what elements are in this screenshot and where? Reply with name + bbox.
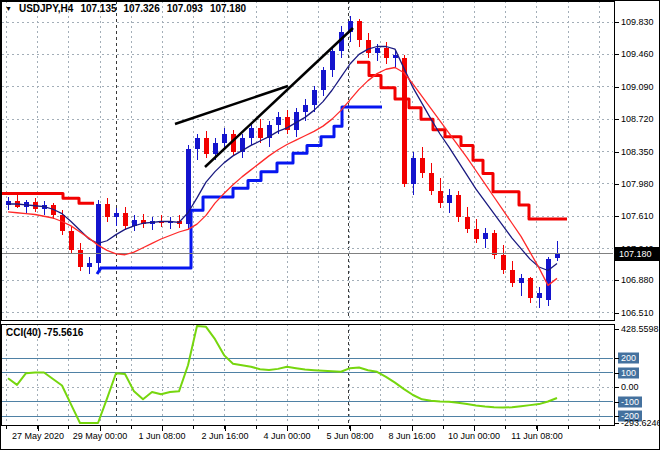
candlestick bbox=[384, 42, 389, 64]
candlestick bbox=[78, 243, 83, 271]
candle-body bbox=[105, 204, 110, 217]
candle-body bbox=[384, 48, 389, 58]
axis-tick bbox=[615, 184, 619, 185]
time-axis-label: 11 Jun 08:00 bbox=[511, 431, 562, 441]
candle-body bbox=[474, 229, 479, 240]
axis-tick bbox=[615, 358, 619, 359]
axis-tick bbox=[615, 329, 619, 330]
candlestick bbox=[510, 261, 515, 287]
quote-open: 107.135 bbox=[80, 3, 116, 14]
candlestick bbox=[456, 191, 461, 222]
candle-body bbox=[510, 270, 515, 283]
candlestick bbox=[123, 207, 128, 231]
candlestick bbox=[168, 217, 173, 229]
axis-tick bbox=[615, 22, 619, 23]
candle-body bbox=[60, 215, 65, 231]
candlestick bbox=[15, 195, 20, 208]
trendline bbox=[205, 28, 353, 167]
candle-body bbox=[78, 250, 83, 267]
candlestick bbox=[429, 163, 434, 195]
candlestick bbox=[69, 226, 74, 254]
price-axis-label: 108.720 bbox=[621, 114, 654, 124]
time-axis-label: 2 Jun 16:00 bbox=[201, 431, 248, 441]
candlestick bbox=[114, 208, 119, 226]
axis-tick bbox=[615, 216, 619, 217]
candle-body bbox=[492, 233, 497, 255]
axis-tick bbox=[615, 54, 619, 55]
candlestick bbox=[51, 203, 56, 219]
candle-body bbox=[429, 173, 434, 191]
axis-tick bbox=[615, 87, 619, 88]
candlestick bbox=[33, 198, 38, 212]
candlestick bbox=[366, 33, 371, 58]
candlestick bbox=[24, 200, 29, 213]
candlestick bbox=[438, 178, 443, 209]
candle-body bbox=[375, 48, 380, 52]
candle-body bbox=[438, 191, 443, 203]
candlestick bbox=[267, 121, 272, 147]
cci-plot-area[interactable] bbox=[2, 324, 613, 426]
axis-tick bbox=[615, 387, 619, 388]
candle-body bbox=[483, 233, 488, 239]
price-axis-label: 107.980 bbox=[621, 179, 654, 189]
candle-body bbox=[249, 128, 254, 139]
price-axis-label: 109.090 bbox=[621, 82, 654, 92]
price-axis-label: 108.350 bbox=[621, 147, 654, 157]
candlestick bbox=[87, 257, 92, 274]
candle-body bbox=[501, 255, 506, 270]
quote-bar: ▼ USDJPY,H4 107.135 107.326 107.093 107.… bbox=[5, 3, 246, 14]
quote-low: 107.093 bbox=[167, 3, 203, 14]
candlestick bbox=[105, 198, 110, 222]
candlestick bbox=[501, 245, 506, 274]
axis-tick bbox=[615, 280, 619, 281]
candlestick bbox=[492, 230, 497, 259]
chevron-down-icon[interactable]: ▼ bbox=[5, 4, 12, 14]
candle-body bbox=[465, 217, 470, 228]
candlestick bbox=[447, 189, 452, 213]
candle-body bbox=[537, 293, 542, 297]
candle-body bbox=[393, 55, 398, 58]
time-axis-label: 4 Jun 00:00 bbox=[263, 431, 310, 441]
time-axis-label: 10 Jun 00:00 bbox=[448, 431, 500, 441]
candle-body bbox=[123, 213, 128, 226]
candlestick bbox=[357, 19, 362, 46]
candlestick bbox=[483, 228, 488, 248]
stop-line-upper bbox=[357, 62, 567, 219]
candlestick bbox=[96, 200, 101, 270]
candlestick bbox=[186, 145, 191, 228]
candle-body bbox=[276, 117, 281, 126]
candlestick bbox=[330, 47, 335, 78]
chart-window: ▼ USDJPY,H4 107.135 107.326 107.093 107.… bbox=[0, 0, 660, 450]
time-axis-label: 5 Jun 08:00 bbox=[326, 431, 373, 441]
candle-body bbox=[258, 128, 263, 139]
axis-tick bbox=[615, 402, 619, 403]
candle-body bbox=[114, 213, 119, 217]
candle-body bbox=[546, 259, 551, 300]
candle-body bbox=[312, 90, 317, 105]
candle-body bbox=[528, 278, 533, 297]
cci-axis-label: -293.6246 bbox=[621, 418, 660, 428]
candlestick bbox=[537, 287, 542, 308]
quote-close: 107.180 bbox=[210, 3, 246, 14]
axis-tick bbox=[615, 119, 619, 120]
candle-body bbox=[87, 263, 92, 267]
candlestick bbox=[321, 67, 326, 97]
candle-body bbox=[420, 158, 425, 174]
cci-axis-label: 0.00 bbox=[621, 382, 639, 392]
price-plot-area[interactable] bbox=[1, 1, 613, 321]
candle-body bbox=[69, 231, 74, 250]
price-axis-label: 109.460 bbox=[621, 49, 654, 59]
price-axis-label: 109.830 bbox=[621, 17, 654, 27]
candlestick bbox=[285, 110, 290, 134]
price-axis-label: 106.510 bbox=[621, 308, 654, 318]
candle-body bbox=[447, 195, 452, 203]
candle-body bbox=[330, 51, 335, 70]
candle-body bbox=[321, 70, 326, 90]
indicator-title-label: CCI(40) -75.5616 bbox=[6, 327, 83, 338]
cci-level-label: 100 bbox=[618, 367, 639, 378]
candlestick bbox=[465, 207, 470, 233]
price-chart-canvas[interactable] bbox=[1, 1, 615, 433]
time-axis-label: 8 Jun 16:00 bbox=[388, 431, 435, 441]
candlestick bbox=[222, 128, 227, 149]
axis-tick bbox=[615, 313, 619, 314]
